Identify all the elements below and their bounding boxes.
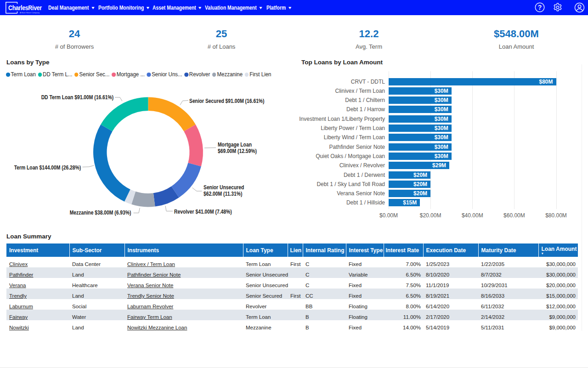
svg-text:?: ? [538,4,542,11]
